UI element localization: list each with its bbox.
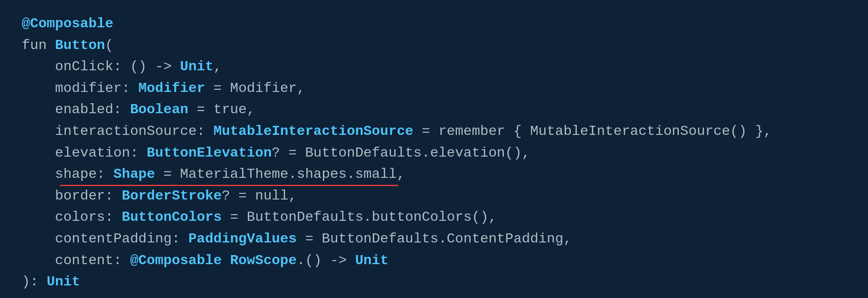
code-block: @Composablefun Button( onClick: () -> Un… (0, 0, 868, 298)
code-token: BorderStroke (122, 185, 221, 207)
indent (22, 99, 55, 121)
code-token: ButtonColors (122, 206, 221, 228)
indent (22, 185, 55, 207)
code-token: ButtonElevation (147, 142, 272, 164)
code-token: ( (105, 35, 113, 56)
code-token: fun (22, 35, 55, 56)
code-token: Shape (113, 164, 155, 185)
code-token: Unit (180, 56, 214, 78)
line-contentpadding: contentPadding: PaddingValues = ButtonDe… (22, 228, 846, 250)
code-token: ? = null, (222, 185, 297, 207)
line-closing: ): Unit (22, 271, 846, 293)
code-token: border: (55, 185, 122, 207)
indent (22, 78, 55, 99)
code-token: colors: (55, 206, 122, 228)
line-interaction: interactionSource: MutableInteractionSou… (22, 121, 846, 142)
code-token: shape: (55, 164, 113, 185)
code-token: enabled: (55, 99, 130, 121)
code-token: = ButtonDefaults.buttonColors(), (222, 206, 497, 228)
line-colors: colors: ButtonColors = ButtonDefaults.bu… (22, 206, 846, 228)
code-token: .() -> (297, 250, 355, 272)
code-token: = MaterialTheme.shapes.small, (155, 164, 405, 185)
indent (22, 56, 55, 78)
line-content: content: @Composable RowScope.() -> Unit (22, 250, 846, 272)
code-token: modifier: (55, 78, 138, 99)
code-token: Boolean (130, 99, 188, 121)
code-token: = true, (188, 99, 255, 121)
code-token: Button (55, 35, 105, 56)
code-token (222, 250, 230, 272)
indent (22, 121, 55, 142)
indent (22, 206, 55, 228)
indent (22, 142, 55, 164)
indent (22, 164, 55, 185)
indent (22, 250, 55, 272)
code-token: interactionSource: (55, 121, 214, 142)
code-token: contentPadding: (55, 228, 188, 250)
code-token: = ButtonDefaults.ContentPadding, (297, 228, 572, 250)
line-border: border: BorderStroke? = null, (22, 185, 846, 207)
code-token: content: (55, 250, 130, 272)
code-token: Unit (47, 271, 80, 293)
line-modifier: modifier: Modifier = Modifier, (22, 78, 846, 99)
code-token: Unit (355, 250, 388, 272)
line-onclick: onClick: () -> Unit, (22, 56, 846, 78)
code-token: PaddingValues (188, 228, 297, 250)
code-token: Modifier (138, 78, 205, 99)
line-annotation: @Composable (22, 13, 846, 35)
code-token: = remember { MutableInteractionSource() … (414, 121, 772, 142)
indent (22, 228, 55, 250)
code-token: @Composable (130, 250, 222, 272)
code-token: elevation: (55, 142, 147, 164)
line-shape: shape: Shape = MaterialTheme.shapes.smal… (22, 164, 846, 185)
code-token: , (214, 56, 222, 78)
code-token: ? = ButtonDefaults.elevation(), (272, 142, 530, 164)
code-token: ): (22, 271, 47, 293)
line-fun: fun Button( (22, 35, 846, 56)
code-token: = Modifier, (205, 78, 305, 99)
line-elevation: elevation: ButtonElevation? = ButtonDefa… (22, 142, 846, 164)
code-token: MutableInteractionSource (214, 121, 414, 142)
code-token: @Composable (22, 13, 113, 35)
code-token: onClick: () -> (55, 56, 180, 78)
line-enabled: enabled: Boolean = true, (22, 99, 846, 121)
code-token: RowScope (230, 250, 297, 272)
